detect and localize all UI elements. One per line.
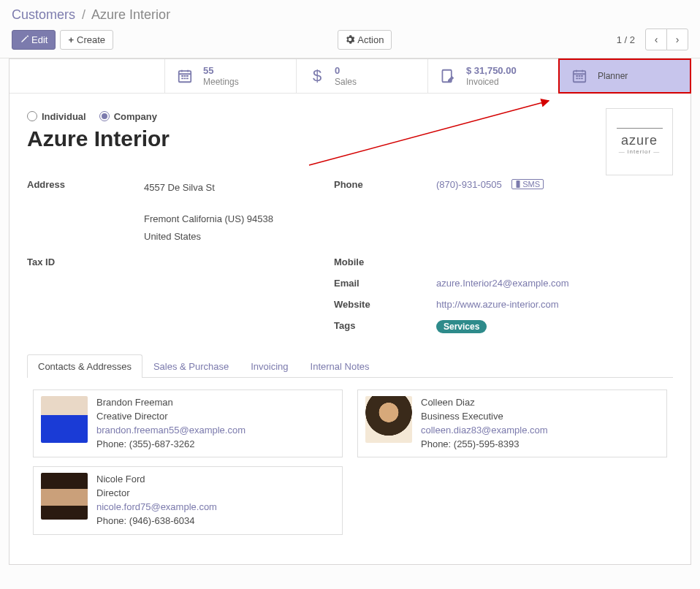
stat-invoiced-label: Invoiced — [466, 77, 517, 87]
create-button-label: Create — [77, 34, 105, 45]
edit-button-label: Edit — [31, 34, 47, 45]
contact-title: Creative Director — [96, 410, 246, 424]
tab-invoicing[interactable]: Invoicing — [240, 354, 299, 378]
dollar-icon: $ — [308, 66, 326, 86]
label-mobile: Mobile — [334, 256, 436, 267]
value-phone[interactable]: (870)-931-0505 — [436, 179, 502, 190]
partner-type-radio-group: Individual Company — [27, 111, 673, 122]
pencil-icon — [20, 35, 28, 44]
contact-phone: Phone: (255)-595-8393 — [421, 438, 548, 452]
breadcrumb-separator: / — [82, 7, 85, 22]
contact-name: Nicole Ford — [96, 473, 217, 487]
pager-next-button[interactable]: › — [666, 28, 688, 50]
radio-individual[interactable]: Individual — [27, 111, 86, 122]
breadcrumb-parent[interactable]: Customers — [12, 7, 75, 22]
logo-brand: azure — [621, 133, 658, 148]
tab-internal-notes[interactable]: Internal Notes — [300, 354, 381, 378]
label-website: Website — [334, 299, 436, 310]
action-button-label: Action — [357, 34, 384, 45]
tabs: Contacts & Addresses Sales & Purchase In… — [27, 354, 673, 378]
label-address: Address — [27, 179, 144, 190]
radio-company[interactable]: Company — [99, 111, 157, 122]
calendar-icon — [177, 68, 194, 84]
breadcrumb-current: Azure Interior — [91, 7, 170, 22]
stat-meetings-label: Meetings — [203, 77, 239, 87]
stat-invoiced[interactable]: $ 31,750.00 Invoiced — [427, 59, 559, 93]
value-address: 4557 De Silva St Fremont California (US)… — [144, 179, 334, 246]
sms-button[interactable]: SMS — [511, 179, 544, 189]
contact-name: Colleen Diaz — [421, 396, 548, 410]
stat-sales[interactable]: $ 0 Sales — [296, 59, 427, 93]
company-logo: azure interior — [606, 108, 673, 175]
address-street: 4557 De Silva St — [144, 179, 334, 197]
address-country: United States — [144, 228, 334, 246]
stat-meetings-value: 55 — [203, 65, 239, 77]
radio-icon — [99, 111, 110, 121]
gear-icon — [346, 35, 354, 44]
stat-sales-label: Sales — [335, 77, 357, 87]
tag-pill[interactable]: Services — [436, 320, 487, 333]
contact-title: Director — [96, 487, 217, 501]
toolbar: Edit + Create Action 1 / 2 ‹ › — [0, 26, 700, 58]
contact-email: nicole.ford75@example.com — [96, 501, 217, 514]
contact-card[interactable]: Nicole Ford Director nicole.ford75@examp… — [33, 466, 343, 534]
logo-sub: interior — [617, 148, 662, 155]
contact-phone: Phone: (946)-638-6034 — [96, 514, 217, 528]
tab-contacts[interactable]: Contacts & Addresses — [27, 354, 142, 378]
create-button[interactable]: + Create — [60, 30, 113, 50]
contact-card[interactable]: Colleen Diaz Business Executive colleen.… — [357, 390, 667, 457]
value-tags: Services — [436, 320, 673, 333]
mobile-icon — [515, 180, 521, 188]
contacts-grid: Brandon Freeman Creative Director brando… — [27, 378, 673, 552]
form-sheet: 55 Meetings $ 0 Sales $ 31,750.00 Invoic… — [9, 58, 691, 565]
contact-email: brandon.freeman55@example.com — [96, 424, 246, 438]
record-name: Azure Interior — [27, 126, 673, 151]
tab-sales-purchase[interactable]: Sales & Purchase — [142, 354, 240, 378]
contact-phone: Phone: (355)-687-3262 — [96, 438, 246, 452]
avatar — [41, 396, 88, 443]
pager-text: 1 / 2 — [617, 34, 635, 45]
svg-rect-4 — [517, 180, 520, 188]
field-grid: Address 4557 De Silva St Fremont Califor… — [27, 179, 673, 333]
stat-sales-value: 0 — [335, 65, 357, 77]
label-tags: Tags — [334, 320, 436, 331]
radio-individual-label: Individual — [42, 111, 86, 122]
sms-label: SMS — [522, 180, 540, 189]
radio-icon — [27, 111, 37, 121]
stat-bar: 55 Meetings $ 0 Sales $ 31,750.00 Invoic… — [9, 59, 691, 94]
address-city-line: Fremont California (US) 94538 — [144, 210, 334, 229]
value-phone-row: (870)-931-0505 SMS — [436, 179, 673, 190]
chevron-right-icon: › — [676, 34, 680, 45]
label-email: Email — [334, 278, 436, 289]
contact-name: Brandon Freeman — [96, 396, 246, 410]
plus-icon: + — [68, 34, 74, 45]
breadcrumb: Customers / Azure Interior — [0, 0, 700, 26]
action-button[interactable]: Action — [338, 30, 392, 50]
edit-button[interactable]: Edit — [12, 30, 56, 50]
value-website[interactable]: http://www.azure-interior.com — [436, 299, 559, 310]
label-phone: Phone — [334, 179, 436, 190]
stat-invoiced-value: $ 31,750.00 — [466, 65, 517, 77]
stat-planner[interactable]: Planner — [559, 59, 691, 93]
contact-card[interactable]: Brandon Freeman Creative Director brando… — [33, 390, 343, 457]
contact-title: Business Executive — [421, 410, 548, 424]
edit-document-icon — [440, 68, 457, 84]
avatar — [41, 473, 88, 520]
pager-prev-button[interactable]: ‹ — [645, 28, 667, 50]
radio-company-label: Company — [114, 111, 157, 122]
contact-email: colleen.diaz83@example.com — [421, 424, 548, 438]
chevron-left-icon: ‹ — [655, 34, 658, 45]
stat-meetings[interactable]: 55 Meetings — [164, 59, 296, 93]
calendar-icon — [571, 68, 589, 84]
stat-planner-label: Planner — [598, 71, 628, 81]
value-email[interactable]: azure.Interior24@example.com — [436, 278, 569, 289]
label-tax-id: Tax ID — [27, 256, 144, 267]
avatar — [365, 396, 412, 443]
